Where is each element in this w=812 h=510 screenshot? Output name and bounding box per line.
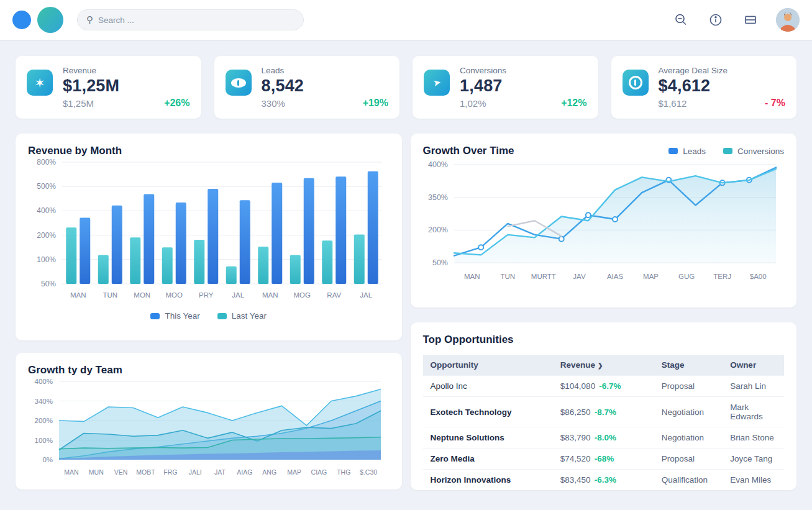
svg-text:CIAG: CIAG (311, 468, 327, 476)
opportunity-stage: Negotiation (654, 397, 723, 427)
svg-text:MAN: MAN (70, 291, 86, 299)
growth-by-team-chart: 400%340%200%100%0%MANMUNVENMOBTFRGJALIJA… (28, 376, 388, 481)
svg-text:JAT: JAT (214, 468, 226, 476)
svg-text:200%: 200% (37, 231, 56, 240)
last-year-chip (217, 313, 227, 319)
kpi-delta: +19% (363, 98, 388, 109)
list-icon[interactable] (741, 11, 760, 29)
svg-text:MOBT: MOBT (136, 468, 155, 476)
kpi-label: Average Deal Size (659, 66, 786, 75)
legend-this-year[interactable]: This Year (150, 311, 199, 321)
opportunity-row[interactable]: Horizon Innovations$83,450-6.3%Qualifica… (423, 470, 785, 491)
legend-last-year[interactable]: Last Year (217, 311, 267, 321)
svg-text:JAL: JAL (360, 291, 372, 299)
kpi-value: $1,25M (63, 76, 190, 96)
kpi-card-leads: Leads8,542330%+19% (214, 56, 400, 119)
kpi-delta: - 7% (765, 98, 785, 109)
search-icon: ⚲ (86, 14, 93, 25)
opportunity-name: Neptune Solutions (431, 433, 504, 442)
opportunity-row[interactable]: Apollo Inc$104,080-6.7%ProposalSarah Lin (423, 376, 785, 397)
opportunity-stage: Qualification (654, 470, 723, 491)
last-year-label: Last Year (232, 311, 267, 321)
kpi-delta: +26% (164, 98, 189, 109)
svg-text:AIAG: AIAG (237, 468, 252, 476)
opportunity-revenue: $104,080 (560, 381, 595, 391)
svg-text:MUN: MUN (89, 468, 104, 476)
svg-text:THG: THG (337, 468, 350, 476)
kpi-card-average-deal-size: Average Deal Size$4,612$1,612- 7% (611, 56, 797, 119)
top-opportunities-title: Top Opportunities (423, 334, 785, 346)
kpi-label: Conversions (460, 66, 587, 75)
topbar-actions (672, 8, 800, 32)
opportunity-owner: Evan Miles (723, 470, 784, 491)
opportunity-stage: Proposal (654, 449, 723, 470)
conversions-chip (723, 148, 732, 154)
opportunity-revenue-delta: -68% (595, 454, 614, 463)
svg-text:PRY: PRY (199, 291, 214, 299)
svg-text:400%: 400% (35, 378, 53, 385)
opportunity-revenue: $74,520 (560, 454, 591, 463)
svg-text:200%: 200% (35, 417, 53, 424)
kpi-subvalue: $1,25M (63, 98, 94, 109)
opportunity-revenue: $83,450 (560, 475, 591, 485)
legend-leads[interactable]: Leads (668, 147, 706, 156)
svg-text:MAP: MAP (643, 273, 659, 280)
column-header-stage: Stage (654, 355, 723, 376)
svg-text:ANG: ANG (262, 468, 276, 476)
kpi-subvalue: 330% (262, 98, 285, 109)
kpi-delta: +12% (561, 98, 586, 109)
svg-text:MOO: MOO (166, 291, 183, 299)
svg-text:340%: 340% (35, 398, 53, 405)
svg-text:RAV: RAV (327, 291, 341, 299)
info-icon[interactable] (706, 11, 725, 29)
opportunity-revenue: $86,250 (560, 408, 591, 417)
kpi-value: 1,487 (460, 76, 587, 96)
opportunity-revenue-delta: -8.7% (595, 408, 616, 417)
legend-conversions[interactable]: Conversions (723, 147, 784, 156)
search-input[interactable] (98, 16, 294, 25)
opportunity-row[interactable]: Zero Media$74,520-68%ProposalJoyce Tang (423, 449, 785, 470)
top-opportunities-card: Top Opportunities OpportunityRevenue❯Sta… (411, 322, 797, 490)
zoom-out-icon[interactable] (672, 11, 690, 29)
search-box[interactable]: ⚲ (77, 9, 304, 30)
eye-icon (231, 78, 246, 88)
opportunity-owner: Brian Stone (723, 427, 784, 449)
coin-split-icon (629, 76, 642, 89)
svg-text:200%: 200% (428, 225, 448, 234)
svg-text:FRG: FRG (163, 468, 177, 476)
user-avatar[interactable] (776, 8, 800, 32)
top-bar: ⚲ (0, 0, 812, 41)
svg-text:MOG: MOG (294, 291, 311, 299)
opportunity-row[interactable]: Neptune Solutions$83,790-8.0%Negotiation… (423, 427, 785, 449)
svg-text:400%: 400% (37, 206, 56, 215)
column-header-revenue[interactable]: Revenue❯ (553, 355, 654, 376)
kpi-subvalue: 1,02% (460, 98, 486, 109)
app-logo-dot (12, 11, 31, 29)
svg-text:MAN: MAN (463, 273, 480, 280)
svg-text:800%: 800% (37, 158, 56, 166)
opportunity-revenue-delta: -6.3% (595, 475, 616, 485)
opportunity-name: Exotech Technology (431, 408, 512, 417)
svg-text:50%: 50% (41, 280, 56, 288)
column-header-owner: Owner (723, 355, 784, 376)
svg-text:JAL: JAL (232, 291, 244, 299)
kpi-icon (226, 70, 252, 96)
kpi-label: Leads (262, 66, 389, 75)
sort-arrow-icon: ❯ (598, 362, 603, 369)
svg-text:TUN: TUN (500, 273, 515, 280)
opportunity-row[interactable]: Exotech Technology$86,250-8.7%Negotiatio… (423, 397, 785, 427)
growth-over-time-title: Growth Over Time (423, 145, 514, 157)
kpi-label: Revenue (63, 66, 190, 75)
opportunity-name: Zero Media (431, 454, 475, 463)
svg-text:50%: 50% (432, 258, 447, 267)
opportunity-revenue: $83,790 (560, 433, 591, 442)
opportunity-owner: Sarah Lin (723, 376, 784, 397)
opportunity-revenue-delta: -8.0% (595, 433, 616, 442)
kpi-subvalue: $1,612 (659, 98, 687, 109)
kpi-card-revenue: ✶Revenue$1,25M$1,25M+26% (16, 56, 201, 119)
svg-text:AIAS: AIAS (606, 273, 623, 280)
opportunity-name: Apollo Inc (431, 381, 467, 391)
svg-text:0%: 0% (42, 456, 53, 463)
svg-text:350%: 350% (428, 193, 448, 202)
svg-text:100%: 100% (35, 437, 53, 444)
